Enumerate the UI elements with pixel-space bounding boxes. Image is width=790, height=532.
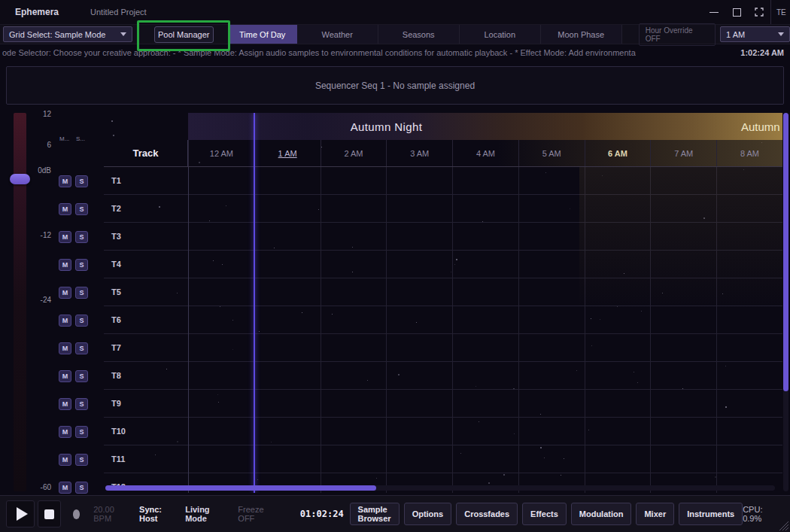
grid-column-line: [716, 167, 717, 493]
vertical-scrollbar-thumb[interactable]: [783, 113, 788, 391]
track-label-t10: T10: [111, 427, 126, 436]
mute-column-header: M...: [59, 135, 69, 142]
mute-button-t3[interactable]: M: [59, 231, 71, 243]
stop-icon: [44, 509, 54, 519]
horizontal-scrollbar[interactable]: [105, 485, 775, 491]
transport-button-instruments[interactable]: Instruments: [679, 503, 743, 525]
grid-row-t5[interactable]: T5: [104, 278, 782, 306]
grid-body: T1T2T3T4T5T6T7T8T9T10T11T12: [104, 167, 782, 493]
hour-header-12-am[interactable]: 12 AM: [188, 140, 254, 166]
grid-row-t4[interactable]: T4: [104, 251, 782, 278]
play-icon: [17, 507, 28, 521]
grid-row-t9[interactable]: T9: [104, 390, 782, 418]
cpu-meter: CPU: 0.9%: [743, 505, 773, 523]
solo-button-t5[interactable]: S: [75, 287, 88, 299]
mute-button-t10[interactable]: M: [59, 426, 71, 438]
record-button[interactable]: [73, 509, 81, 519]
mute-button-t6[interactable]: M: [59, 315, 71, 327]
solo-button-t4[interactable]: S: [75, 259, 88, 271]
track-label-t9: T9: [111, 399, 121, 408]
solo-button-t1[interactable]: S: [75, 175, 88, 187]
grid-row-t3[interactable]: T3: [104, 223, 782, 251]
solo-button-t12[interactable]: S: [75, 482, 88, 494]
grid-column-line: [188, 167, 189, 493]
horizontal-scrollbar-thumb[interactable]: [105, 485, 376, 491]
grid-column-line: [585, 167, 585, 493]
mute-button-t4[interactable]: M: [59, 259, 71, 271]
grid-row-t10[interactable]: T10: [104, 418, 782, 445]
mute-button-t2[interactable]: M: [59, 203, 71, 215]
grid-column-line: [386, 167, 387, 493]
track-label-t1: T1: [111, 176, 121, 185]
living-mode-toggle[interactable]: Living Mode: [185, 505, 221, 523]
sync-mode-toggle[interactable]: Sync: Host: [139, 505, 172, 523]
solo-button-t6[interactable]: S: [75, 315, 88, 327]
grid-column-line: [321, 167, 321, 493]
track-label-t3: T3: [111, 232, 121, 241]
timecode-display: 01:02:24: [300, 509, 344, 519]
mute-button-t8[interactable]: M: [59, 370, 71, 382]
track-column-header: Track: [104, 140, 188, 166]
track-label-t2: T2: [111, 204, 121, 213]
track-label-t4: T4: [111, 260, 121, 269]
grid-row-t2[interactable]: T2: [104, 195, 782, 223]
period-banner-next-partial: Autumn: [585, 113, 782, 140]
playhead-line[interactable]: [254, 113, 255, 493]
ephemera-app-window: Ephemera Untitled Project TE Grid Select…: [0, 0, 790, 532]
mute-button-t7[interactable]: M: [59, 342, 71, 354]
hour-header-4-am[interactable]: 4 AM: [452, 140, 518, 166]
master-fader-handle[interactable]: [10, 174, 30, 184]
mute-button-t12[interactable]: M: [59, 482, 71, 494]
hour-header-row: Track 12 AM1 AM2 AM3 AM4 AM5 AM6 AM7 AM8…: [104, 140, 782, 167]
grid-row-t11[interactable]: T11: [104, 445, 782, 473]
resize-grip-icon[interactable]: [779, 521, 789, 531]
track-label-t11: T11: [111, 454, 125, 464]
bpm-display: 20.00 BPM: [93, 505, 124, 523]
transport-button-options[interactable]: Options: [404, 503, 452, 525]
transport-bar: 20.00 BPM Sync: Host Living Mode Freeze …: [0, 495, 790, 532]
sequencer-grid: Autumn Night Autumn Track 12 AM1 AM2 AM3…: [104, 113, 782, 493]
transport-buttons: Sample BrowserOptionsCrossfadesEffectsMo…: [345, 503, 743, 525]
transport-button-effects[interactable]: Effects: [522, 503, 567, 525]
grid-row-t8[interactable]: T8: [104, 362, 782, 390]
grid-column-line: [452, 167, 453, 493]
transport-button-crossfades[interactable]: Crossfades: [456, 503, 518, 525]
solo-column-header: S...: [76, 135, 85, 142]
solo-button-t9[interactable]: S: [75, 398, 88, 410]
hour-header-5-am[interactable]: 5 AM: [518, 140, 585, 166]
solo-button-t10[interactable]: S: [75, 426, 88, 438]
mute-button-t5[interactable]: M: [59, 287, 71, 299]
play-button[interactable]: [6, 500, 35, 527]
period-banner-autumn-night: Autumn Night: [188, 113, 585, 140]
mute-button-t1[interactable]: M: [59, 175, 71, 187]
grid-row-t6[interactable]: T6: [104, 306, 782, 334]
track-label-t8: T8: [111, 371, 121, 380]
stop-button[interactable]: [38, 500, 61, 527]
transport-button-sample-browser[interactable]: Sample Browser: [350, 503, 400, 525]
grid-column-line: [518, 167, 519, 493]
grid-row-t1[interactable]: T1: [104, 167, 782, 195]
hour-header-3-am[interactable]: 3 AM: [386, 140, 452, 166]
solo-button-t11[interactable]: S: [75, 454, 88, 466]
vertical-scrollbar[interactable]: [783, 113, 788, 491]
mute-button-t11[interactable]: M: [59, 454, 71, 466]
solo-button-t3[interactable]: S: [75, 231, 88, 243]
grid-row-t7[interactable]: T7: [104, 334, 782, 362]
transport-button-mixer[interactable]: Mixer: [636, 503, 674, 525]
track-label-t5: T5: [111, 287, 121, 296]
mute-button-t9[interactable]: M: [59, 398, 71, 410]
grid-column-line: [650, 167, 651, 493]
transport-button-modulation[interactable]: Modulation: [571, 503, 632, 525]
hour-header-2-am[interactable]: 2 AM: [321, 140, 387, 166]
hour-header-6-am[interactable]: 6 AM: [585, 140, 651, 166]
solo-button-t8[interactable]: S: [75, 370, 88, 382]
period-banner-row: Autumn Night Autumn: [188, 113, 782, 140]
solo-button-t2[interactable]: S: [75, 203, 88, 215]
track-label-t7: T7: [111, 343, 121, 352]
hour-header-8-am[interactable]: 8 AM: [716, 140, 782, 166]
hour-header-7-am[interactable]: 7 AM: [650, 140, 716, 166]
track-label-t6: T6: [111, 315, 121, 324]
solo-button-t7[interactable]: S: [75, 342, 88, 354]
hour-header-1-am[interactable]: 1 AM: [254, 140, 321, 166]
freeze-toggle[interactable]: Freeze OFF: [238, 505, 271, 523]
